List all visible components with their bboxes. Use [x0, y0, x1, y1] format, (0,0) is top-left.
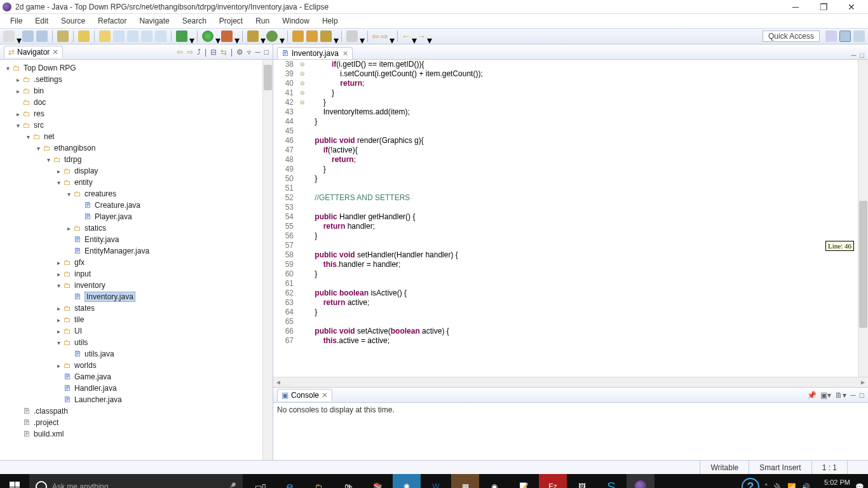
- nav-back-icon[interactable]: ⇦: [372, 31, 379, 41]
- cortana-search[interactable]: Ask me anything 🎤: [29, 474, 243, 488]
- open-perspective-icon[interactable]: [825, 30, 837, 42]
- menu-icon[interactable]: ▿: [247, 48, 251, 57]
- forward-icon[interactable]: →: [417, 31, 426, 41]
- tree-input[interactable]: input: [74, 269, 91, 278]
- tree-tdrpg[interactable]: tdrpg: [64, 155, 81, 164]
- store-icon[interactable]: 🛍: [334, 474, 362, 488]
- notepad-icon[interactable]: 📝: [510, 474, 538, 488]
- menu-window[interactable]: Window: [276, 17, 316, 25]
- collapse-icon[interactable]: ⊟: [210, 48, 217, 57]
- nav-up-btn[interactable]: ⤴: [197, 48, 201, 57]
- editor-min-icon[interactable]: ─: [851, 51, 857, 59]
- tree-bin[interactable]: bin: [34, 86, 44, 95]
- doc2-icon[interactable]: [127, 30, 139, 42]
- pkg-icon[interactable]: [247, 30, 259, 42]
- tree-project-file[interactable]: .project: [34, 418, 58, 427]
- search-icon[interactable]: [346, 30, 358, 42]
- tree-display[interactable]: display: [74, 166, 98, 175]
- chrome-icon[interactable]: ◉: [480, 474, 508, 488]
- tree-worlds[interactable]: worlds: [74, 361, 97, 370]
- doc4-icon[interactable]: [155, 30, 166, 42]
- tray-wifi-icon[interactable]: 📶: [787, 483, 796, 489]
- save-icon[interactable]: [22, 30, 34, 42]
- console-new-icon[interactable]: 🗎▾: [835, 391, 846, 400]
- minimize-button[interactable]: ─: [782, 0, 810, 14]
- maximize-button[interactable]: ❐: [810, 0, 837, 14]
- edge-icon[interactable]: e: [276, 474, 304, 488]
- console-pin-icon[interactable]: 📌: [807, 391, 817, 400]
- tree-game-java[interactable]: Game.java: [74, 372, 111, 381]
- menu-edit[interactable]: Edit: [29, 17, 55, 25]
- menu-navigate[interactable]: Navigate: [133, 17, 175, 25]
- console-display-icon[interactable]: ▣▾: [820, 391, 831, 400]
- debug-icon[interactable]: [176, 30, 187, 42]
- close-tab-icon[interactable]: ✕: [52, 48, 58, 57]
- tree-project[interactable]: Top Down RPG: [24, 64, 76, 72]
- tree-creature-java[interactable]: Creature.java: [95, 201, 140, 210]
- tree-inventory[interactable]: inventory: [74, 281, 105, 290]
- file-explorer-icon[interactable]: 🗀: [305, 474, 333, 488]
- tree-creatures[interactable]: creatures: [85, 189, 116, 198]
- skype-icon[interactable]: S: [597, 474, 625, 488]
- console-tab[interactable]: ▣ Console ✕: [277, 389, 332, 401]
- help-icon[interactable]: ?: [742, 478, 759, 488]
- close-editor-icon[interactable]: ✕: [342, 50, 348, 58]
- task-view-icon[interactable]: ▭▯: [247, 474, 275, 488]
- editor-body[interactable]: 3839404142434445464748495051525354555657…: [273, 60, 868, 377]
- tree-handler-java[interactable]: Handler.java: [74, 384, 117, 393]
- nav-fwd-btn[interactable]: ⇨: [187, 48, 193, 57]
- tree-build-xml[interactable]: build.xml: [34, 430, 64, 438]
- project-tree[interactable]: ▾🗀Top Down RPG ▸🗀.settings ▸🗀bin 🗀doc ▸🗀…: [0, 60, 273, 460]
- app1-icon[interactable]: ✺: [393, 474, 421, 488]
- fold-margin[interactable]: ⊖ ⊖ ⊖ ⊖ ⊖: [299, 60, 306, 377]
- folder1-icon[interactable]: [292, 30, 304, 42]
- tree-utils-java[interactable]: utils.java: [85, 349, 114, 358]
- navigator-tab[interactable]: ⇄ Navigator ✕: [4, 46, 63, 58]
- system-tray[interactable]: ? ˄ 🔌 📶 🔊 5:02 PM 12/13/2016 💬: [738, 478, 868, 488]
- wand-icon[interactable]: [78, 30, 90, 42]
- tool2-icon[interactable]: [320, 30, 332, 42]
- tree-launcher-java[interactable]: Launcher.java: [74, 395, 122, 404]
- tree-classpath[interactable]: .classpath: [34, 407, 68, 416]
- back-icon[interactable]: ←: [402, 31, 410, 41]
- menu-help[interactable]: Help: [316, 17, 344, 25]
- editor-tab-inventory[interactable]: 🖹 Inventory.java ✕: [277, 47, 353, 59]
- tree-src[interactable]: src: [34, 121, 44, 130]
- tree-player-java[interactable]: Player.java: [95, 212, 132, 221]
- word-icon[interactable]: W: [422, 474, 450, 488]
- tree-states[interactable]: states: [74, 304, 95, 313]
- eclipse-app-icon[interactable]: [627, 474, 654, 488]
- menu-refactor[interactable]: Refactor: [92, 17, 133, 25]
- notifications-icon[interactable]: 💬: [855, 483, 864, 489]
- menu-file[interactable]: File: [4, 17, 29, 25]
- max-icon[interactable]: □: [264, 48, 269, 57]
- start-button[interactable]: [0, 482, 29, 488]
- java-perspective-icon[interactable]: [839, 30, 851, 42]
- folder2-icon[interactable]: [306, 30, 318, 42]
- minecraft-icon[interactable]: ▦: [451, 474, 479, 488]
- tray-volume-icon[interactable]: 🔊: [801, 483, 810, 489]
- close-console-icon[interactable]: ✕: [322, 391, 328, 400]
- type-icon[interactable]: [266, 30, 278, 42]
- doc-icon[interactable]: [113, 30, 125, 42]
- code-content[interactable]: if(i.getID() == item.getID()){ i.setCoun…: [306, 60, 858, 377]
- ext-tools-icon[interactable]: [221, 30, 233, 42]
- tree-ethangibson[interactable]: ethangibson: [54, 144, 95, 152]
- winrar-icon[interactable]: 📚: [363, 474, 391, 488]
- tree-doc[interactable]: doc: [34, 98, 46, 107]
- brush-icon[interactable]: [99, 30, 111, 42]
- editor-max-icon[interactable]: □: [860, 51, 864, 59]
- close-button[interactable]: ✕: [837, 0, 865, 14]
- new-icon[interactable]: [3, 30, 15, 42]
- tool-icon[interactable]: [57, 30, 69, 42]
- tree-settings[interactable]: .settings: [34, 75, 62, 84]
- tree-utils[interactable]: utils: [74, 338, 88, 347]
- tree-gfx[interactable]: gfx: [74, 258, 85, 267]
- console-min-icon[interactable]: ─: [850, 391, 856, 400]
- tree-scrollbar[interactable]: [262, 60, 273, 460]
- tree-inventory-java[interactable]: Inventory.java: [85, 292, 135, 302]
- tree-net[interactable]: net: [44, 132, 55, 141]
- clock[interactable]: 5:02 PM 12/13/2016: [815, 478, 850, 488]
- app2-icon[interactable]: 🖼: [568, 474, 596, 488]
- menu-project[interactable]: Project: [213, 17, 249, 25]
